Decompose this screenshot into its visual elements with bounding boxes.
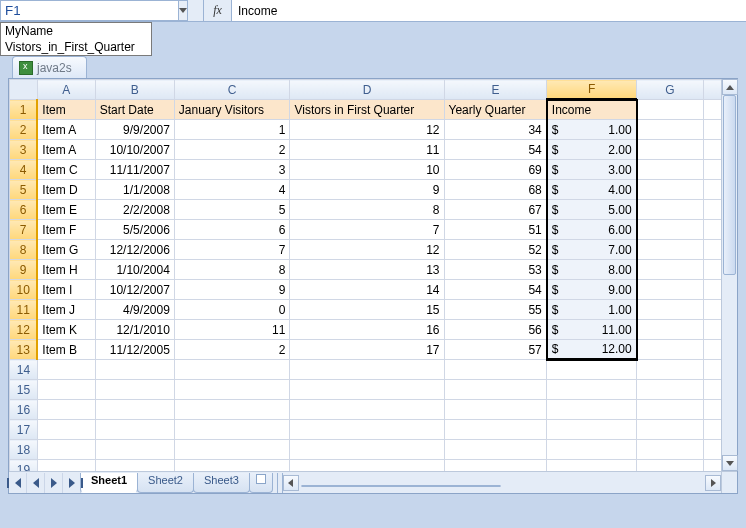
cell[interactable]: 7: [174, 240, 290, 260]
cell[interactable]: Yearly Quarter: [444, 100, 547, 120]
cell[interactable]: [703, 120, 721, 140]
cell[interactable]: [703, 320, 721, 340]
cell[interactable]: 11/12/2005: [95, 340, 174, 360]
cell[interactable]: [174, 400, 290, 420]
row-header-12[interactable]: 12: [10, 320, 38, 340]
cell[interactable]: [95, 380, 174, 400]
cell[interactable]: [637, 200, 703, 220]
cell[interactable]: 68: [444, 180, 547, 200]
cell[interactable]: 52: [444, 240, 547, 260]
cell[interactable]: [290, 360, 444, 380]
cell[interactable]: Item F: [37, 220, 95, 240]
cell[interactable]: $6.00: [547, 220, 637, 240]
row-header-14[interactable]: 14: [10, 360, 38, 380]
cell[interactable]: 2: [174, 340, 290, 360]
cell[interactable]: [37, 380, 95, 400]
cell[interactable]: [703, 460, 721, 472]
cell[interactable]: 57: [444, 340, 547, 360]
cell[interactable]: [637, 180, 703, 200]
cell[interactable]: [547, 400, 637, 420]
row-header-7[interactable]: 7: [10, 220, 38, 240]
sheet-nav-first[interactable]: [9, 473, 27, 493]
cell[interactable]: [637, 300, 703, 320]
defined-name-item[interactable]: Vistors_in_First_Quarter: [1, 39, 151, 55]
row-header-16[interactable]: 16: [10, 400, 38, 420]
cell[interactable]: Income: [547, 100, 637, 120]
cell[interactable]: 51: [444, 220, 547, 240]
cell[interactable]: [637, 340, 703, 360]
cell[interactable]: [637, 400, 703, 420]
cell[interactable]: [637, 160, 703, 180]
cell[interactable]: $11.00: [547, 320, 637, 340]
column-header-A[interactable]: A: [37, 80, 95, 100]
cell[interactable]: 1/10/2004: [95, 260, 174, 280]
cell[interactable]: [95, 460, 174, 472]
sheet-nav-last[interactable]: [63, 473, 81, 493]
cell[interactable]: [547, 460, 637, 472]
cell[interactable]: Item E: [37, 200, 95, 220]
scroll-down-button[interactable]: [722, 455, 738, 471]
row-header-5[interactable]: 5: [10, 180, 38, 200]
select-all-corner[interactable]: [10, 80, 38, 100]
formula-input[interactable]: [232, 0, 746, 21]
cell[interactable]: 14: [290, 280, 444, 300]
cell[interactable]: [290, 460, 444, 472]
cell[interactable]: 12/1/2010: [95, 320, 174, 340]
row-header-3[interactable]: 3: [10, 140, 38, 160]
cell[interactable]: [444, 420, 547, 440]
cell[interactable]: [95, 440, 174, 460]
cell[interactable]: [703, 380, 721, 400]
cell[interactable]: $4.00: [547, 180, 637, 200]
cell[interactable]: [637, 440, 703, 460]
cell[interactable]: [174, 460, 290, 472]
cell[interactable]: [703, 140, 721, 160]
cell[interactable]: $8.00: [547, 260, 637, 280]
cell[interactable]: 1: [174, 120, 290, 140]
cell[interactable]: 11: [174, 320, 290, 340]
cell[interactable]: [444, 400, 547, 420]
spreadsheet-grid[interactable]: ABCDEFGH1ItemStart DateJanuary VisitorsV…: [9, 79, 721, 471]
cell[interactable]: [637, 320, 703, 340]
cell[interactable]: Item G: [37, 240, 95, 260]
cell[interactable]: [444, 440, 547, 460]
cell[interactable]: 69: [444, 160, 547, 180]
cell[interactable]: [703, 360, 721, 380]
cell[interactable]: 11: [290, 140, 444, 160]
row-header-19[interactable]: 19: [10, 460, 38, 472]
column-header-G[interactable]: G: [637, 80, 703, 100]
cell[interactable]: [703, 220, 721, 240]
cell[interactable]: [703, 180, 721, 200]
cell[interactable]: [637, 280, 703, 300]
cell[interactable]: [637, 380, 703, 400]
cell[interactable]: [703, 200, 721, 220]
cell[interactable]: [637, 140, 703, 160]
row-header-15[interactable]: 15: [10, 380, 38, 400]
cell[interactable]: [290, 380, 444, 400]
defined-name-item[interactable]: MyName: [1, 23, 151, 39]
cell[interactable]: 55: [444, 300, 547, 320]
cell[interactable]: Start Date: [95, 100, 174, 120]
scroll-left-button[interactable]: [283, 475, 299, 491]
column-header-C[interactable]: C: [174, 80, 290, 100]
cell[interactable]: [637, 220, 703, 240]
cell[interactable]: 5/5/2006: [95, 220, 174, 240]
cell[interactable]: [637, 360, 703, 380]
cell[interactable]: Item A: [37, 140, 95, 160]
cell[interactable]: 6: [174, 220, 290, 240]
sheet-tab-sheet3[interactable]: Sheet3: [193, 473, 250, 493]
cell[interactable]: [703, 280, 721, 300]
cell[interactable]: [37, 420, 95, 440]
cell[interactable]: $5.00: [547, 200, 637, 220]
cell[interactable]: [444, 460, 547, 472]
cell[interactable]: 10: [290, 160, 444, 180]
vscroll-track[interactable]: [722, 95, 737, 455]
grid-scroll-area[interactable]: ABCDEFGH1ItemStart DateJanuary VisitorsV…: [9, 79, 721, 471]
cell[interactable]: [444, 360, 547, 380]
cell[interactable]: January Visitors: [174, 100, 290, 120]
cell[interactable]: [637, 460, 703, 472]
row-header-17[interactable]: 17: [10, 420, 38, 440]
vscroll-thumb[interactable]: [723, 95, 736, 275]
cell[interactable]: 13: [290, 260, 444, 280]
name-box-dropdown-list[interactable]: MyName Vistors_in_First_Quarter: [0, 22, 152, 56]
column-header-H[interactable]: H: [703, 80, 721, 100]
